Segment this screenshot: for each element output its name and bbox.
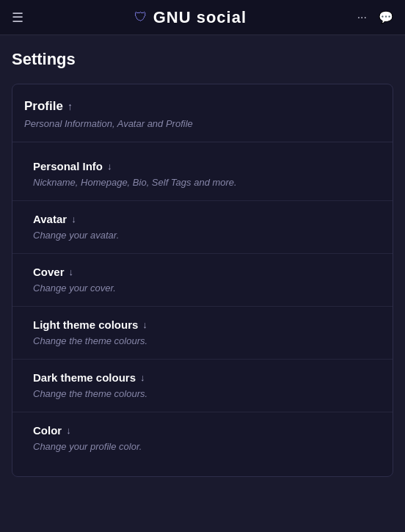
light-theme-description: Change the theme colours. [33, 335, 147, 346]
topbar-right: ··· 💬 [357, 10, 393, 24]
cover-title-row: Cover ↓ [33, 266, 372, 278]
profile-header: Profile ↑ Personal Information, Avatar a… [12, 96, 393, 142]
settings-items-list: Personal Info ↓ Nickname, Homepage, Bio,… [12, 148, 393, 464]
personal-info-expand-icon: ↓ [107, 161, 112, 172]
profile-subtitle: Personal Information, Avatar and Profile [24, 118, 193, 129]
dark-theme-description: Change the theme colours. [33, 388, 147, 399]
personal-info-title: Personal Info [33, 160, 103, 172]
personal-info-item[interactable]: Personal Info ↓ Nickname, Homepage, Bio,… [12, 148, 393, 201]
cover-title: Cover [33, 266, 65, 278]
light-theme-item[interactable]: Light theme colours ↓ Change the theme c… [12, 307, 393, 360]
dark-theme-item[interactable]: Dark theme colours ↓ Change the theme co… [12, 360, 393, 412]
light-theme-expand-icon: ↓ [142, 319, 147, 330]
light-theme-title: Light theme colours [33, 318, 138, 331]
avatar-description: Change your avatar. [33, 230, 119, 241]
profile-title-row: Profile ↑ [24, 99, 381, 114]
color-expand-icon: ↓ [66, 425, 71, 436]
hamburger-menu-icon[interactable]: ☰ [12, 10, 23, 26]
dark-theme-title: Dark theme colours [33, 371, 136, 384]
main-content: Settings Profile ↑ Personal Information,… [0, 35, 405, 532]
avatar-item[interactable]: Avatar ↓ Change your avatar. [12, 201, 393, 254]
topbar-center: 🛡 GNU social [134, 8, 247, 27]
topbar-left: ☰ [12, 10, 23, 26]
more-options-icon[interactable]: ··· [357, 11, 367, 24]
avatar-title-row: Avatar ↓ [33, 213, 372, 225]
dark-theme-expand-icon: ↓ [140, 372, 145, 383]
cover-item[interactable]: Cover ↓ Change your cover. [12, 254, 393, 307]
color-title: Color [33, 424, 62, 437]
avatar-title: Avatar [33, 213, 67, 225]
color-item[interactable]: Color ↓ Change your profile color. [12, 412, 393, 464]
profile-collapse-icon[interactable]: ↑ [68, 101, 73, 112]
topbar: ☰ 🛡 GNU social ··· 💬 [0, 0, 405, 35]
personal-info-description: Nickname, Homepage, Bio, Self Tags and m… [33, 177, 237, 188]
chat-icon[interactable]: 💬 [379, 10, 393, 24]
color-description: Change your profile color. [33, 441, 142, 452]
settings-card: Profile ↑ Personal Information, Avatar a… [12, 84, 393, 477]
personal-info-title-row: Personal Info ↓ [33, 160, 372, 172]
page-title: Settings [12, 50, 393, 69]
light-theme-title-row: Light theme colours ↓ [33, 318, 372, 331]
profile-section-title: Profile [24, 99, 63, 114]
cover-expand-icon: ↓ [69, 266, 74, 277]
cover-description: Change your cover. [33, 283, 116, 294]
logo-shield-icon: 🛡 [134, 10, 147, 25]
avatar-expand-icon: ↓ [71, 214, 76, 225]
dark-theme-title-row: Dark theme colours ↓ [33, 371, 372, 384]
color-title-row: Color ↓ [33, 424, 372, 437]
app-title: GNU social [153, 8, 247, 27]
